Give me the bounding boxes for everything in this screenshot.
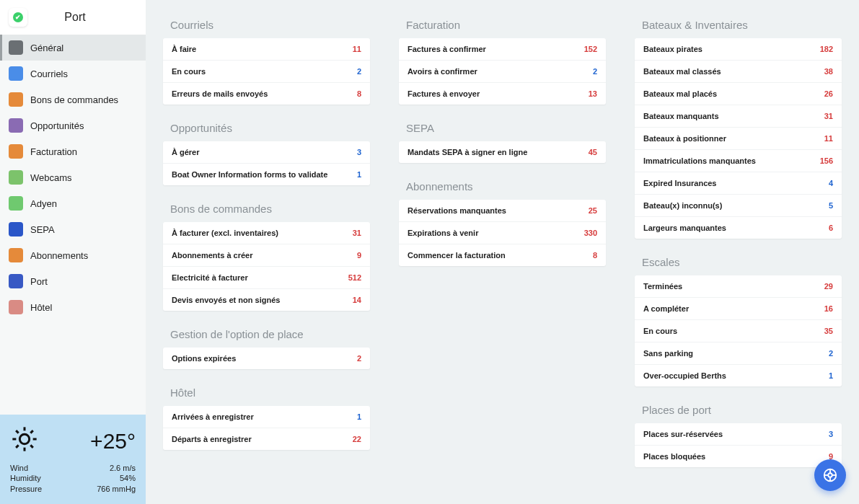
card: Options expirées2 [163,348,370,369]
row-count: 1 [344,412,361,421]
row-count: 2 [816,349,833,358]
list-item[interactable]: Commencer la facturation8 [399,244,606,266]
row-count: 182 [816,45,833,53]
row-count: 35 [816,327,833,335]
section: SEPAMandats SEPA à signer en ligne45 [399,118,606,163]
row-label: Places sur-réservées [643,430,723,438]
nav-icon [9,274,23,288]
row-label: Bateaux à positionner [643,134,726,143]
card: À faire11En cours2Erreurs de mails envoy… [163,38,370,105]
row-label: À faire [172,45,196,53]
sidebar-item-h-tel[interactable]: Hôtel [0,294,146,320]
row-count: 512 [344,273,361,282]
sidebar-item-facturation[interactable]: Facturation [0,138,146,164]
nav-label: Webcams [30,172,72,183]
weather-label: Humidity [10,473,41,483]
list-item[interactable]: Bateaux mal placés26 [635,83,842,105]
row-label: En cours [172,67,206,76]
nav-label: Facturation [30,146,77,157]
row-count: 1 [344,170,361,179]
section-title: SEPA [399,118,606,141]
list-item[interactable]: En cours2 [163,61,370,83]
list-item[interactable]: Immatriculations manquantes156 [635,150,842,172]
weather-value: 766 mmHg [97,484,136,494]
row-count: 2 [344,354,361,363]
nav-icon [9,170,23,185]
row-label: Commencer la facturation [408,251,506,260]
list-item[interactable]: Bateaux mal classés38 [635,61,842,83]
nav-label: Général [30,43,63,53]
weather-panel: +25° Wind2.6 m/sHumidity54%Pressure766 m… [0,415,146,504]
section-title: Bateaux & Inventaires [635,14,842,38]
list-item[interactable]: Over-occupied Berths1 [635,365,842,386]
list-item[interactable]: Terminées29 [635,275,842,298]
section: HôtelArrivées à enregistrer1Départs à en… [163,382,370,450]
list-item[interactable]: Bateaux manquants31 [635,105,842,128]
nav-icon [9,248,23,262]
row-count: 14 [344,296,361,304]
svg-point-0 [19,434,29,443]
card: Places sur-réservées3Places bloquées9 [635,423,842,467]
list-item[interactable]: Expirations à venir330 [399,222,606,244]
list-item[interactable]: À facturer (excl. inventaires)31 [163,222,370,244]
list-item[interactable]: Expired Insurances4 [635,172,842,195]
section-title: Abonnements [399,176,606,200]
sidebar-item-port[interactable]: Port [0,268,146,294]
card: Mandats SEPA à signer en ligne45 [399,141,606,163]
svg-line-6 [30,445,33,448]
list-item[interactable]: Réservations manquantes25 [399,200,606,222]
svg-point-10 [828,473,832,477]
svg-line-5 [16,430,19,433]
section-title: Bons de commandes [163,198,370,222]
sidebar-item-sepa[interactable]: SEPA [0,216,146,242]
list-item[interactable]: Abonnements à créer9 [163,244,370,267]
list-item[interactable]: Electricité à facturer512 [163,267,370,289]
sidebar-item-abonnements[interactable]: Abonnements [0,242,146,268]
sidebar-item-courriels[interactable]: Courriels [0,61,146,87]
list-item[interactable]: A compléter16 [635,298,842,320]
card: Réservations manquantes25Expirations à v… [399,200,606,266]
row-count: 3 [344,148,361,156]
weather-label: Pressure [10,484,42,494]
sidebar-item-opportunit-s[interactable]: Opportunités [0,112,146,138]
row-label: Abonnements à créer [172,251,252,260]
sidebar-item-webcams[interactable]: Webcams [0,164,146,190]
list-item[interactable]: Bateau(x) inconnu(s)5 [635,195,842,217]
list-item[interactable]: Bateaux à positionner11 [635,128,842,150]
list-item[interactable]: Arrivées à enregistrer1 [163,406,370,428]
list-item[interactable]: Largeurs manquantes6 [635,217,842,239]
sidebar-item-bons-de-commandes[interactable]: Bons de commandes [0,87,146,112]
nav-label: Hôtel [30,302,52,313]
row-label: Bateau(x) inconnu(s) [643,201,722,210]
app-title: Port [35,11,115,24]
list-item[interactable]: En cours35 [635,320,842,342]
list-item[interactable]: Erreurs de mails envoyés8 [163,83,370,105]
row-count: 9 [344,251,361,260]
list-item[interactable]: Factures à envoyer13 [399,83,606,105]
nav-icon [9,222,23,236]
section: EscalesTerminées29A compléter16En cours3… [635,252,842,386]
list-item[interactable]: Places sur-réservées3 [635,423,842,446]
sidebar-item-g-n-ral[interactable]: Général [0,35,146,61]
list-item[interactable]: Départs à enregistrer22 [163,428,370,450]
help-fab[interactable] [814,459,846,491]
svg-line-7 [16,445,19,448]
list-item[interactable]: Factures à confirmer152 [399,38,606,61]
section-title: Gestion de l'option de place [163,324,370,348]
list-item[interactable]: Sans parking2 [635,342,842,365]
section: FacturationFactures à confirmer152Avoirs… [399,14,606,105]
list-item[interactable]: Boat Owner Information forms to validate… [163,164,370,185]
nav-icon [9,118,23,133]
sidebar-item-adyen[interactable]: Adyen [0,190,146,216]
list-item[interactable]: Places bloquées9 [635,446,842,467]
list-item[interactable]: Bateaux pirates182 [635,38,842,61]
row-label: Bateaux mal placés [643,89,717,98]
row-label: À gérer [172,148,200,156]
list-item[interactable]: Avoirs à confirmer2 [399,61,606,83]
list-item[interactable]: Mandats SEPA à signer en ligne45 [399,141,606,163]
list-item[interactable]: À faire11 [163,38,370,61]
nav-icon [9,144,23,159]
list-item[interactable]: Devis envoyés et non signés14 [163,289,370,311]
list-item[interactable]: À gérer3 [163,141,370,164]
list-item[interactable]: Options expirées2 [163,348,370,369]
